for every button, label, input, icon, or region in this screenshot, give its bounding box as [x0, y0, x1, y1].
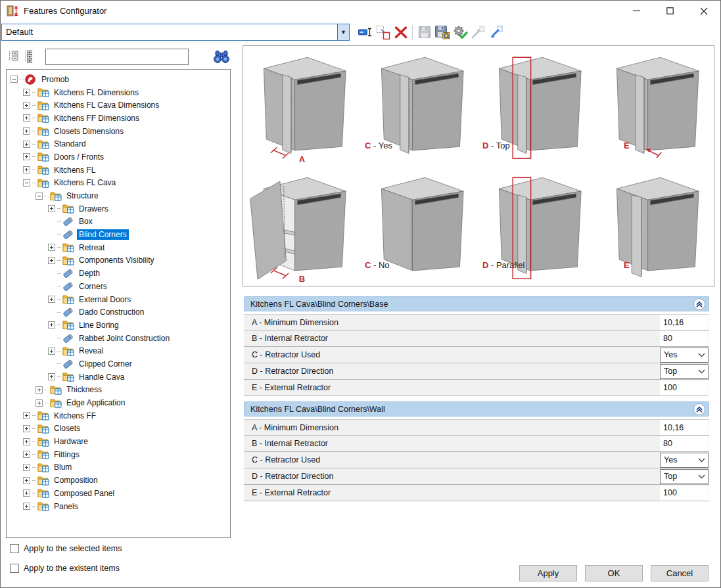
tree-item[interactable]: Retreat: [7, 241, 230, 254]
tree-item[interactable]: Box: [7, 215, 230, 229]
expand-plus-icon[interactable]: [48, 205, 55, 212]
expand-plus-icon[interactable]: [23, 114, 30, 122]
tree-item[interactable]: Promob: [7, 73, 230, 86]
minimize-button[interactable]: [620, 1, 653, 21]
tree-connector: [57, 286, 61, 286]
tree-item[interactable]: Panels: [7, 500, 230, 513]
tree-item[interactable]: Edge Application: [7, 396, 230, 409]
expand-plus-icon[interactable]: [23, 477, 30, 484]
tree-item[interactable]: Blum: [7, 461, 230, 474]
property-value-select[interactable]: Top: [660, 364, 709, 379]
promob-logo-icon: [25, 74, 37, 85]
tree-item[interactable]: Clipped Corner: [7, 357, 230, 371]
tree-item[interactable]: External Doors: [7, 293, 230, 306]
ok-button[interactable]: OK: [585, 565, 643, 581]
tree-item[interactable]: Components Visibility: [7, 254, 230, 267]
search-input[interactable]: [45, 49, 189, 65]
expand-plus-icon[interactable]: [23, 89, 30, 96]
tree-item[interactable]: Drawers: [7, 202, 230, 215]
expand-plus-icon[interactable]: [23, 166, 30, 173]
settings-check-icon[interactable]: [451, 24, 469, 41]
combo-dropdown-arrow-icon[interactable]: ▼: [337, 24, 349, 40]
property-label: D - Retractor Direction: [244, 367, 660, 376]
rename-icon[interactable]: [356, 24, 374, 41]
apply-selected-checkbox[interactable]: [10, 544, 19, 553]
tree-item[interactable]: Composition: [7, 474, 230, 487]
property-value-input[interactable]: 10,16: [660, 420, 709, 435]
property-value-select[interactable]: Top: [660, 469, 709, 484]
tree-item[interactable]: Closets: [7, 422, 230, 436]
collapse-tree-icon[interactable]: [6, 49, 22, 64]
collapse-minus-icon[interactable]: [35, 192, 43, 200]
tree-item[interactable]: Fittings: [7, 448, 230, 461]
tree-item[interactable]: Depth: [7, 267, 230, 280]
expand-plus-icon[interactable]: [48, 373, 55, 380]
tree-item[interactable]: Kitchens FL: [7, 164, 230, 177]
expand-plus-icon[interactable]: [23, 464, 30, 471]
expand-plus-icon[interactable]: [48, 321, 55, 328]
apply-button[interactable]: Apply: [519, 565, 577, 581]
maximize-button[interactable]: [653, 1, 687, 21]
duplicate-icon[interactable]: [374, 24, 392, 41]
tree-item[interactable]: Standard: [7, 137, 230, 150]
cancel-button[interactable]: Cancel: [651, 565, 709, 581]
panel-header[interactable]: Kitchens FL Cava\Blind Corners\Wall: [244, 401, 709, 417]
tree-item[interactable]: Rabbet Joint Construction: [7, 332, 230, 345]
binoculars-icon[interactable]: [212, 49, 231, 64]
close-button[interactable]: [687, 1, 720, 21]
tree-item[interactable]: Kitchens FL Cava: [7, 177, 230, 190]
expand-plus-icon[interactable]: [48, 296, 55, 303]
expand-plus-icon[interactable]: [23, 141, 30, 148]
chevron-double-up-icon[interactable]: [693, 298, 706, 311]
property-value-select[interactable]: Yes: [660, 453, 709, 468]
tree-item[interactable]: Closets Dimensions: [7, 125, 230, 138]
tree-item[interactable]: Dado Construction: [7, 305, 230, 319]
tree-item[interactable]: Composed Panel: [7, 487, 230, 500]
expand-plus-icon[interactable]: [23, 451, 30, 458]
expand-plus-icon[interactable]: [48, 244, 55, 251]
delete-icon[interactable]: [392, 24, 409, 41]
tree-item[interactable]: Line Boring: [7, 319, 230, 332]
expand-plus-icon[interactable]: [48, 257, 55, 264]
expand-plus-icon[interactable]: [35, 386, 43, 394]
save-database-icon[interactable]: [433, 24, 451, 41]
expand-plus-icon[interactable]: [23, 425, 30, 432]
expand-tree-icon[interactable]: [22, 49, 37, 64]
expand-plus-icon[interactable]: [35, 399, 43, 407]
property-value-input[interactable]: 80: [660, 436, 709, 451]
panel-header[interactable]: Kitchens FL Cava\Blind Corners\Base: [244, 296, 709, 311]
expand-plus-icon[interactable]: [23, 127, 30, 135]
tree-item[interactable]: Thickness: [7, 384, 230, 397]
property-value-input[interactable]: 80: [660, 331, 709, 346]
tree-item[interactable]: Reveal: [7, 344, 230, 357]
expand-plus-icon[interactable]: [23, 503, 30, 510]
tree-item[interactable]: Kitchens FF Dimensions: [7, 112, 230, 125]
tree-item[interactable]: Kitchens FL Dimensions: [7, 86, 230, 99]
property-value-input[interactable]: 10,16: [660, 315, 709, 330]
tree-item[interactable]: Hardware: [7, 435, 230, 448]
tree-item[interactable]: Kitchens FL Cava Dimensions: [7, 99, 230, 112]
expand-plus-icon[interactable]: [23, 489, 30, 497]
expand-plus-icon[interactable]: [23, 102, 30, 109]
property-value-input[interactable]: 100: [660, 380, 709, 396]
property-value-input[interactable]: 100: [660, 486, 709, 501]
expand-plus-icon[interactable]: [48, 348, 55, 355]
profile-combobox[interactable]: Default ▼: [1, 24, 350, 41]
chevron-double-up-icon[interactable]: [693, 403, 706, 416]
tree-item[interactable]: Doors / Fronts: [7, 150, 230, 164]
collapse-minus-icon[interactable]: [23, 179, 30, 187]
expand-plus-icon[interactable]: [23, 438, 30, 445]
property-value-select[interactable]: Yes: [660, 348, 709, 363]
expand-plus-icon[interactable]: [23, 412, 30, 419]
preview-cell: D - Top: [478, 46, 596, 166]
tree-item[interactable]: Kitchens FF: [7, 409, 230, 422]
expand-plus-icon[interactable]: [23, 153, 30, 160]
tree-item[interactable]: Corners: [7, 280, 230, 293]
tree-item[interactable]: Blind Corners: [7, 228, 230, 241]
apply-existent-checkbox[interactable]: [10, 564, 19, 573]
tree-item[interactable]: Handle Cava: [7, 371, 230, 384]
property-label: C - Retractor Used: [244, 455, 660, 464]
import-icon[interactable]: [486, 24, 504, 41]
collapse-minus-icon[interactable]: [11, 76, 18, 83]
tree-item[interactable]: Structure: [7, 189, 230, 202]
